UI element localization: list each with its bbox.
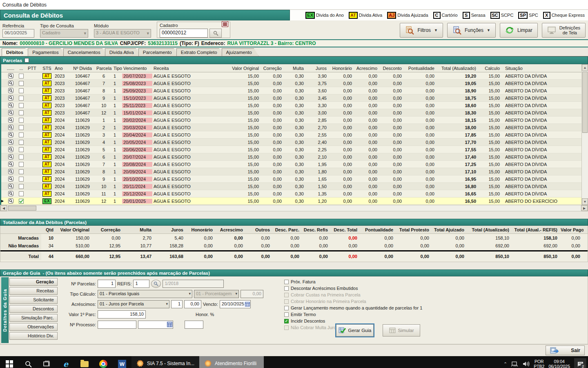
table-row[interactable]: AT 2023 106467 10 1 25/11/2023 AGUA E ES… — [1, 102, 581, 109]
row-checkbox[interactable] — [19, 74, 24, 79]
row-checkbox[interactable] — [19, 162, 24, 167]
row-detail-button[interactable] — [5, 88, 16, 93]
column-header[interactable]: Desconto — [379, 66, 403, 71]
row-detail-button[interactable] — [5, 139, 16, 145]
row-detail-button[interactable] — [5, 103, 16, 108]
tab-pagamentos[interactable]: Pagamentos — [28, 48, 66, 56]
column-header[interactable]: PTT — [27, 66, 40, 71]
network-icon[interactable] — [511, 361, 519, 367]
filtros-button[interactable]: Filtros ▼ — [400, 23, 443, 38]
table-row[interactable]: AT 2023 106467 6 1 20/07/2023 AGUA E ESG… — [1, 72, 581, 80]
option-checkbox[interactable] — [284, 280, 289, 284]
table-row[interactable]: AT 2024 110629 5 1 20/06/2024 AGUA E ESG… — [1, 146, 581, 153]
table-row[interactable]: AT 2024 110629 10 1 20/11/2024 AGUA E ES… — [1, 183, 581, 190]
taskbar-word-button[interactable]: W — [113, 356, 131, 368]
column-header[interactable]: Acrescimo — [353, 66, 379, 71]
row-checkbox[interactable] — [19, 103, 24, 108]
row-checkbox[interactable] — [19, 96, 24, 101]
tab-divida-ativa[interactable]: Divida Ativa — [105, 48, 141, 56]
sair-button[interactable]: Sair — [546, 346, 585, 355]
option-checkbox[interactable] — [284, 293, 289, 297]
hscroll-thumb[interactable] — [8, 206, 36, 211]
row-detail-button[interactable] — [5, 176, 16, 182]
option-checkbox[interactable] — [284, 325, 289, 330]
row-checkbox[interactable] — [19, 155, 24, 159]
row-detail-button[interactable] — [5, 81, 16, 86]
clock[interactable]: 09:0406/10/2025 — [548, 359, 570, 368]
row-detail-button[interactable] — [5, 95, 16, 101]
speaker-icon[interactable] — [523, 361, 530, 367]
column-header[interactable]: Nº Divida — [70, 66, 95, 71]
row-detail-button[interactable] — [5, 132, 16, 137]
row-detail-button[interactable] — [5, 73, 16, 79]
table-row[interactable]: ▶ EX 2024 110629 12 1 20/01/2025 AGUA E … — [1, 197, 581, 205]
parcelas-checkbox[interactable] — [24, 58, 29, 63]
funcoes-button[interactable]: Funções ▼ — [447, 23, 496, 38]
option-checkbox[interactable] — [284, 312, 289, 317]
table-row[interactable]: AT 2024 110629 9 1 20/10/2024 AGUA E ESG… — [1, 175, 581, 183]
language-indicator[interactable]: PORPTB2 — [534, 359, 544, 368]
taskbar-app-button[interactable]: SIA 7.5 - Sistema In... — [131, 356, 199, 368]
row-detail-button[interactable] — [5, 198, 16, 204]
row-checkbox[interactable] — [19, 132, 24, 137]
option-checkbox[interactable] — [284, 299, 289, 304]
task-view-button[interactable] — [38, 356, 56, 368]
taskbar-search-button[interactable] — [19, 356, 38, 368]
scroll-up-icon[interactable]: ▲ — [582, 64, 588, 71]
notification-center-button[interactable]: 2 — [574, 358, 586, 368]
nav-hist-rico-div-[interactable]: Histórico Div. — [9, 332, 58, 340]
vertical-scrollbar[interactable]: ▲ ▼ — [581, 64, 588, 205]
option-checkbox[interactable] — [284, 306, 289, 310]
column-header[interactable]: Calculo — [477, 66, 501, 71]
row-checkbox[interactable] — [19, 199, 24, 204]
column-header[interactable]: Situação — [501, 66, 581, 71]
column-header[interactable]: Receita — [152, 66, 221, 71]
column-header[interactable]: Correção — [260, 66, 283, 71]
nav-simula-o-parc-[interactable]: Simulação Parc. — [9, 314, 58, 322]
definicoes-tela-button[interactable]: Definiçõesde Tela — [542, 23, 586, 38]
calendar-icon[interactable] — [245, 302, 250, 307]
acrescimos-select[interactable]: 01 - Juros por Parcela — [98, 300, 169, 308]
option-checkbox[interactable]: ✓ — [284, 319, 289, 323]
row-detail-button[interactable] — [5, 147, 16, 152]
honor-input[interactable] — [185, 321, 203, 329]
row-checkbox[interactable] — [19, 88, 24, 93]
referencia-input[interactable]: 06/10/2025 — [2, 29, 34, 38]
row-checkbox[interactable] — [19, 125, 24, 130]
n-parcelas-input[interactable]: 1 — [98, 280, 116, 288]
row-checkbox[interactable] — [19, 118, 24, 123]
row-checkbox[interactable] — [19, 140, 24, 145]
column-header[interactable]: ...... — [5, 66, 16, 71]
simular-button[interactable]: Simular — [383, 324, 420, 337]
table-row[interactable]: AT 2024 110629 6 1 20/07/2024 AGUA E ESG… — [1, 153, 581, 161]
tab-extrato-completo[interactable]: Extrato Completo — [176, 48, 224, 56]
row-checkbox[interactable] — [19, 147, 24, 152]
acrescimo-qtd-input[interactable]: 1 — [171, 300, 183, 308]
table-row[interactable]: AT 2023 106467 9 1 15/10/2023 AGUA E ESG… — [1, 94, 581, 102]
detalhes-guia-vertical-tab[interactable]: Detalhes da Guia — [1, 277, 9, 343]
table-row[interactable]: AT 2024 110629 3 1 20/04/2024 AGUA E ESG… — [1, 131, 581, 139]
row-checkbox[interactable] — [19, 169, 24, 174]
start-button[interactable] — [0, 356, 19, 368]
tab-parcelamento[interactable]: Parcelamento — [138, 48, 179, 56]
nav-solicitante[interactable]: Solicitante — [9, 296, 58, 304]
scroll-down-icon[interactable]: ▼ — [582, 198, 588, 205]
tab-cancelamentos[interactable]: Cancelamentos — [63, 48, 107, 56]
tab-ajuizamento[interactable]: Ajuizamento — [222, 48, 259, 56]
acrescimo-valor-input[interactable]: 0,00 — [184, 300, 201, 308]
column-header[interactable]: Tipo — [112, 66, 122, 71]
taskbar-app-button[interactable]: Atendimento Fiorilli — [199, 356, 264, 368]
modulo-select[interactable]: 3 - ÁGUA E ESGOTO — [94, 29, 151, 38]
vscroll-thumb[interactable] — [582, 72, 588, 133]
cadastro-list-icon[interactable] — [222, 21, 228, 27]
column-header[interactable]: STS — [40, 66, 53, 71]
column-header[interactable]: Ano — [53, 66, 70, 71]
limpar-button[interactable]: Limpar — [500, 23, 538, 38]
row-detail-button[interactable] — [5, 184, 16, 189]
nav-descontos[interactable]: Descontos — [9, 305, 58, 313]
row-detail-button[interactable] — [5, 191, 16, 196]
row-detail-button[interactable] — [5, 169, 16, 174]
nav-receitas[interactable]: Receitas — [9, 287, 58, 295]
cadastro-search-button[interactable] — [209, 29, 222, 38]
row-detail-button[interactable] — [5, 117, 16, 123]
